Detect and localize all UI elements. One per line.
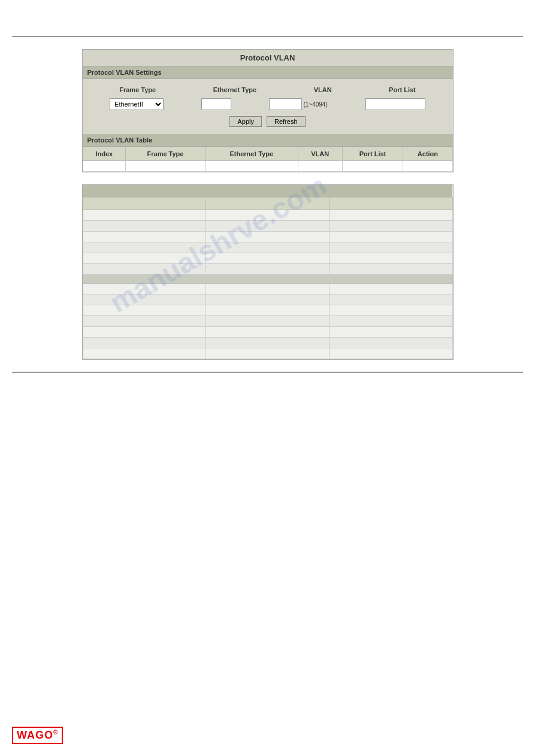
port-list-col-header: Port List: [389, 86, 416, 93]
port-list-input-col: [365, 98, 425, 110]
button-row: Apply Refresh: [85, 113, 451, 129]
footer: WAGO®: [12, 727, 63, 744]
table-row: [83, 294, 452, 305]
vlan-table-header-row: Index Frame Type Ethernet Type VLAN Port…: [83, 147, 452, 161]
second-panel: [82, 184, 454, 360]
table-row: [83, 210, 452, 221]
table-row: [83, 232, 452, 242]
col-port-list: Port List: [342, 147, 403, 161]
frame-type-input-col: EthernetII LLC SNAP: [110, 98, 164, 110]
table-row: [83, 264, 452, 275]
table-row: [83, 253, 452, 264]
ethernet-type-input-col: [201, 98, 231, 110]
protocol-vlan-panel: Protocol VLAN Protocol VLAN Settings Fra…: [82, 49, 454, 172]
frame-type-label: Frame Type: [119, 86, 156, 93]
ethernet-type-input[interactable]: [201, 98, 231, 110]
table-row: [83, 242, 452, 253]
ethernet-type-col-header: Ethernet Type: [213, 86, 257, 93]
vlan-label: VLAN: [314, 86, 332, 93]
table-row: [83, 338, 452, 348]
ethernet-type-label: Ethernet Type: [213, 86, 257, 93]
settings-area: Frame Type Ethernet Type VLAN Port List …: [83, 79, 453, 134]
col-vlan: VLAN: [298, 147, 342, 161]
wago-logo: WAGO®: [12, 727, 63, 744]
generic-section-header-row-1: [83, 185, 452, 198]
col-index: Index: [83, 147, 126, 161]
generic-col-header-row: [83, 198, 452, 210]
table-row: [83, 316, 452, 327]
port-list-label: Port List: [389, 86, 416, 93]
vlan-table: Index Frame Type Ethernet Type VLAN Port…: [83, 147, 453, 172]
vlan-row: (1~4094): [269, 98, 327, 110]
panel-title: Protocol VLAN: [83, 50, 453, 66]
top-rule: [12, 36, 523, 37]
column-headers-row: Frame Type Ethernet Type VLAN Port List: [85, 84, 451, 96]
page-wrapper: manualshrve.com Protocol VLAN Protocol V…: [0, 0, 535, 756]
port-list-input[interactable]: [365, 98, 425, 110]
logo-reg: ®: [53, 729, 58, 736]
apply-button[interactable]: Apply: [229, 116, 262, 127]
col-ethernet-type: Ethernet Type: [205, 147, 298, 161]
table-row: [83, 221, 452, 232]
col-action: Action: [403, 147, 452, 161]
col-frame-type: Frame Type: [126, 147, 205, 161]
vlan-input[interactable]: [269, 98, 302, 110]
vlan-input-col: (1~4094): [269, 98, 327, 110]
table-row: [83, 348, 452, 359]
table-row: [83, 327, 452, 338]
section-divider: [83, 275, 452, 284]
vlan-table-section: Index Frame Type Ethernet Type VLAN Port…: [83, 147, 453, 172]
vlan-table-body: [83, 161, 452, 172]
table-section-header: Protocol VLAN Table: [83, 134, 453, 147]
input-row: EthernetII LLC SNAP (1~4094): [85, 96, 451, 113]
logo-text: WAGO: [17, 729, 53, 741]
vlan-col-header: VLAN: [314, 86, 332, 93]
table-row: [83, 284, 452, 294]
frame-type-select[interactable]: EthernetII LLC SNAP: [110, 98, 164, 110]
frame-type-col-header: Frame Type: [119, 86, 156, 93]
generic-table: [83, 185, 453, 359]
bottom-rule: [12, 372, 523, 373]
table-row: [83, 161, 452, 172]
settings-section-header: Protocol VLAN Settings: [83, 66, 453, 79]
refresh-button[interactable]: Refresh: [267, 116, 306, 127]
table-row: [83, 305, 452, 316]
vlan-hint: (1~4094): [303, 101, 327, 108]
